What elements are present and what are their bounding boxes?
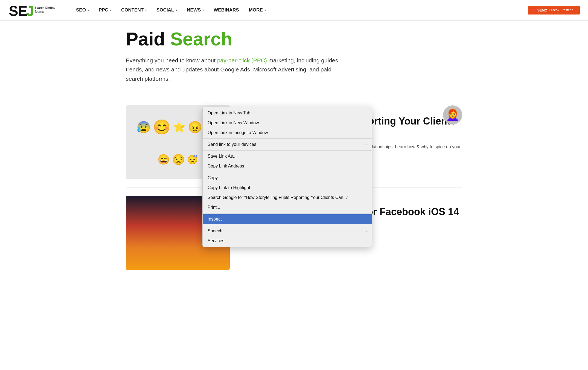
context-menu-item[interactable]: Open Link in New Window [203, 118, 372, 128]
context-menu-separator [203, 150, 372, 151]
context-menu-item[interactable]: Search Google for “How Storytelling Fuel… [203, 193, 372, 203]
context-menu-item[interactable]: Send link to your devices› [203, 140, 372, 149]
context-menu-item[interactable]: Save Link As... [203, 151, 372, 161]
context-menu: Open Link in New TabOpen Link in New Win… [202, 107, 372, 247]
context-menu-item[interactable]: Copy Link Address [203, 161, 372, 171]
context-menu-item[interactable]: Open Link in New Tab [203, 108, 372, 118]
chevron-right-icon: › [365, 239, 367, 243]
context-menu-item[interactable]: Speech› [203, 226, 372, 236]
context-menu-separator [203, 225, 372, 225]
context-menu-item[interactable]: Inspect [203, 214, 372, 224]
context-menu-separator [203, 172, 372, 172]
context-menu-separator [203, 138, 372, 139]
chevron-right-icon: › [365, 229, 367, 233]
context-menu-item[interactable]: Services› [203, 236, 372, 246]
chevron-right-icon: › [365, 142, 367, 147]
context-menu-separator [203, 213, 372, 213]
context-menu-item[interactable]: Copy [203, 173, 372, 183]
context-menu-item[interactable]: Open Link in Incognito Window [203, 128, 372, 138]
context-menu-overlay: Open Link in New TabOpen Link in New Win… [0, 0, 588, 278]
context-menu-item[interactable]: Copy Link to Highlight [203, 183, 372, 193]
context-menu-item[interactable]: Print... [203, 203, 372, 212]
